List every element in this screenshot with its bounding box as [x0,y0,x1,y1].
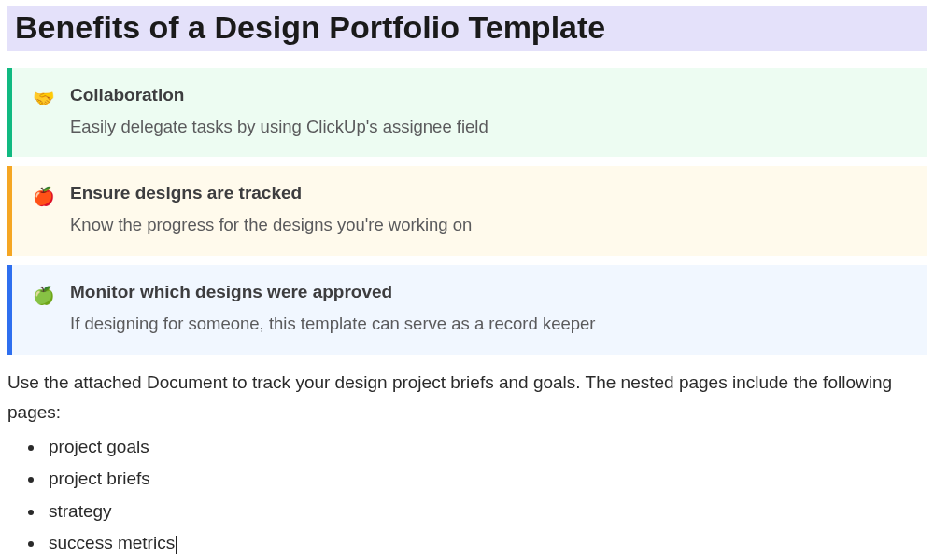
callout-title[interactable]: Ensure designs are tracked [70,183,906,203]
callout-desc[interactable]: Know the progress for the designs you're… [70,213,906,237]
page-title[interactable]: Benefits of a Design Portfolio Template [7,6,927,51]
callout-collaboration[interactable]: 🤝 Collaboration Easily delegate tasks by… [7,68,927,158]
bullet-list[interactable]: project goals project briefs strategy su… [45,434,934,557]
callout-content: Ensure designs are tracked Know the prog… [70,183,906,237]
callout-title[interactable]: Collaboration [70,85,906,105]
body-paragraph[interactable]: Use the attached Document to track your … [7,368,927,427]
list-item-text: success metrics [49,533,175,553]
green-apple-icon: 🍏 [33,284,55,309]
list-item[interactable]: project briefs [45,466,934,493]
callout-desc[interactable]: If designing for someone, this template … [70,312,906,336]
list-item[interactable]: project goals [45,434,934,461]
callout-content: Monitor which designs were approved If d… [70,282,906,336]
callout-desc[interactable]: Easily delegate tasks by using ClickUp's… [70,115,906,139]
red-apple-icon: 🍎 [33,185,55,210]
callout-title[interactable]: Monitor which designs were approved [70,282,906,302]
list-item[interactable]: strategy [45,498,934,525]
handshake-icon: 🤝 [33,87,55,112]
text-cursor [176,536,177,554]
callout-monitor-approved[interactable]: 🍏 Monitor which designs were approved If… [7,265,927,355]
list-item[interactable]: success metrics [45,530,934,557]
callout-content: Collaboration Easily delegate tasks by u… [70,85,906,139]
callout-ensure-tracked[interactable]: 🍎 Ensure designs are tracked Know the pr… [7,166,927,256]
